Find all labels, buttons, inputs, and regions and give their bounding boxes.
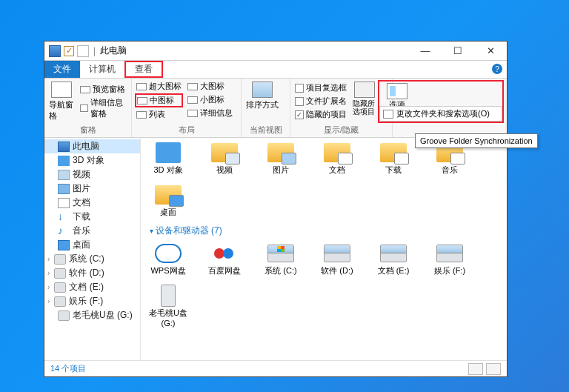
- app-icon: [49, 45, 61, 57]
- view-icons-button[interactable]: [486, 363, 501, 375]
- checkbox-on-icon: ✓: [295, 110, 304, 119]
- item-checkboxes-label: 项目复选框: [306, 82, 347, 93]
- medium-icon: [137, 97, 147, 104]
- sidebar-item[interactable]: 视频: [44, 167, 140, 182]
- pic-icon: [58, 184, 70, 194]
- sidebar-item[interactable]: 此电脑: [44, 139, 140, 153]
- tab-view[interactable]: 查看: [124, 61, 163, 78]
- content-item[interactable]: 老毛桃U盘 (G:): [147, 284, 190, 328]
- nav-pane-button[interactable]: 导航窗格: [47, 80, 76, 123]
- content-item[interactable]: 下载: [372, 141, 415, 176]
- item-label: 文档: [329, 165, 345, 176]
- content-pane[interactable]: 3D 对象视频图片文档下载音乐桌面 设备和驱动器 (7) WPS网盘百度网盘系统…: [141, 138, 507, 360]
- preview-pane-button[interactable]: 预览窗格: [79, 83, 128, 96]
- sidebar-item-label: 娱乐 (F:): [69, 295, 103, 308]
- details-icon: [187, 110, 198, 117]
- hide-selected-label: 隐藏所选项目: [353, 99, 376, 116]
- chevron-right-icon[interactable]: ›: [47, 269, 51, 277]
- content-item[interactable]: 百度网盘: [203, 242, 246, 276]
- sidebar-item-label: 下载: [73, 210, 90, 223]
- chevron-right-icon[interactable]: ›: [47, 255, 51, 263]
- drv-icon: [54, 296, 66, 307]
- devices-header[interactable]: 设备和驱动器 (7): [147, 222, 501, 242]
- sidebar-item[interactable]: ♪音乐: [44, 224, 140, 238]
- drv-icon: [58, 310, 70, 321]
- drive-icon: [161, 285, 176, 307]
- content-item[interactable]: 文档 (E:): [372, 242, 415, 276]
- large-icon: [187, 83, 198, 90]
- vid-icon: [58, 170, 70, 180]
- layout-details[interactable]: 详细信息: [186, 107, 234, 119]
- explorer-window: ✓ | 此电脑 — ☐ ✕ 文件 计算机 查看 ? 导航窗格 预览窗格 详细: [44, 41, 508, 377]
- content-item[interactable]: 3D 对象: [147, 141, 190, 176]
- drive-icon: [436, 245, 463, 262]
- ribbon-tabs: 文件 计算机 查看 ?: [44, 61, 507, 79]
- details-pane-button[interactable]: 详细信息窗格: [79, 96, 128, 120]
- layout-large[interactable]: 大图标: [186, 80, 234, 93]
- sidebar-item[interactable]: ›软件 (D:): [44, 266, 140, 280]
- filename-ext-toggle[interactable]: 文件扩展名: [293, 95, 348, 107]
- hidden-items-toggle[interactable]: ✓隐藏的项目: [293, 108, 348, 121]
- item-label: 桌面: [160, 207, 176, 218]
- layout-list[interactable]: 列表: [135, 108, 183, 121]
- item-label: 图片: [273, 165, 289, 176]
- folder-icon: [267, 143, 294, 162]
- sort-button[interactable]: 排序方式: [244, 80, 280, 112]
- layout-medium-label: 中图标: [150, 95, 174, 106]
- content-item[interactable]: 娱乐 (F:): [428, 242, 471, 276]
- sidebar-item[interactable]: 老毛桃U盘 (G:): [44, 308, 140, 322]
- hide-selected-button[interactable]: 隐藏所选项目: [351, 80, 378, 117]
- layout-extralarge[interactable]: 超大图标: [135, 80, 183, 93]
- status-bar: 14 个项目: [44, 360, 507, 376]
- content-item[interactable]: 文档: [316, 141, 359, 176]
- item-checkboxes-toggle[interactable]: 项目复选框: [293, 82, 348, 94]
- sidebar-item[interactable]: 文档: [44, 196, 140, 210]
- layout-small[interactable]: 小图标: [186, 93, 234, 106]
- options-menu-item[interactable]: 更改文件夹和搜索选项(O): [379, 106, 502, 122]
- panes-group-label: 窗格: [47, 124, 128, 136]
- sidebar-item[interactable]: 桌面: [44, 238, 140, 252]
- help-icon[interactable]: ?: [492, 64, 502, 74]
- list-icon: [136, 111, 147, 119]
- item-label: 软件 (D:): [321, 265, 353, 276]
- body: 此电脑3D 对象视频图片文档↓下载♪音乐桌面›系统 (C:)›软件 (D:)›文…: [44, 138, 507, 360]
- sidebar-item[interactable]: ↓下载: [44, 210, 140, 224]
- tab-file[interactable]: 文件: [44, 61, 80, 78]
- item-label: 百度网盘: [208, 265, 241, 276]
- options-icon: [387, 83, 407, 99]
- content-item[interactable]: 软件 (D:): [316, 242, 359, 276]
- layout-small-label: 小图标: [200, 94, 224, 105]
- details-pane-label: 详细信息窗格: [90, 97, 127, 119]
- navigation-tree[interactable]: 此电脑3D 对象视频图片文档↓下载♪音乐桌面›系统 (C:)›软件 (D:)›文…: [44, 138, 141, 360]
- nav-pane-label: 导航窗格: [49, 99, 74, 122]
- tooltip: Groove Folder Synchronization: [415, 133, 538, 148]
- content-item[interactable]: 视频: [203, 141, 246, 176]
- minimize-button[interactable]: —: [409, 41, 442, 60]
- 3d-icon: [156, 142, 181, 163]
- close-button[interactable]: ✕: [474, 41, 507, 60]
- layout-medium[interactable]: 中图标: [135, 93, 183, 107]
- content-item[interactable]: 系统 (C:): [259, 242, 302, 276]
- sidebar-item-label: 3D 对象: [73, 154, 104, 167]
- chevron-right-icon[interactable]: ›: [47, 297, 51, 305]
- tab-computer[interactable]: 计算机: [80, 61, 124, 78]
- view-details-button[interactable]: [468, 363, 483, 375]
- content-item[interactable]: 桌面: [147, 183, 190, 218]
- chevron-right-icon[interactable]: ›: [47, 283, 51, 291]
- sidebar-item[interactable]: 3D 对象: [44, 153, 140, 167]
- options-highlight-box: 选项 更改文件夹和搜索选项(O): [378, 80, 504, 123]
- folder-icon: [211, 143, 238, 162]
- sidebar-item[interactable]: 图片: [44, 182, 140, 196]
- sidebar-item[interactable]: ›娱乐 (F:): [44, 294, 140, 308]
- content-item[interactable]: 图片: [259, 141, 302, 176]
- status-text: 14 个项目: [50, 363, 86, 374]
- qat-check-icon[interactable]: ✓: [64, 46, 74, 56]
- layout-large-label: 大图标: [200, 81, 224, 92]
- sidebar-item[interactable]: ›文档 (E:): [44, 280, 140, 294]
- sidebar-item[interactable]: ›系统 (C:): [44, 252, 140, 266]
- content-item[interactable]: WPS网盘: [147, 242, 190, 276]
- sidebar-item-label: 文档 (E:): [69, 281, 104, 293]
- titlebar: ✓ | 此电脑 — ☐ ✕: [44, 41, 507, 61]
- qat-doc-icon[interactable]: [77, 45, 89, 57]
- maximize-button[interactable]: ☐: [442, 41, 474, 60]
